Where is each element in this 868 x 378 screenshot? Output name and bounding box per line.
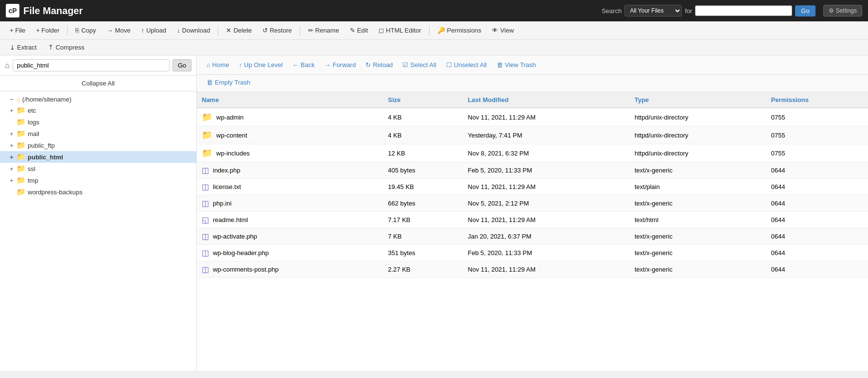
table-row[interactable]: 📁 wp-content 4 KB Yesterday, 7:41 PM htt… xyxy=(197,126,868,144)
table-row[interactable]: ◫ wp-activate.php 7 KB Jan 20, 2021, 6:3… xyxy=(197,228,868,245)
generic-file-icon: ◫ xyxy=(202,232,209,241)
delete-button[interactable]: ✕ Delete xyxy=(221,24,257,36)
tree-label-logs: logs xyxy=(28,119,39,126)
table-row[interactable]: 📁 wp-admin 4 KB Nov 11, 2021, 11:29 AM h… xyxy=(197,108,868,126)
tree-label-public-ftp: public_ftp xyxy=(28,142,55,149)
path-input[interactable] xyxy=(13,59,170,71)
cell-size: 662 bytes xyxy=(383,195,463,212)
col-name[interactable]: Name xyxy=(197,92,383,108)
tree-item-mail[interactable]: + 📁 mail xyxy=(0,128,196,139)
search-input[interactable] xyxy=(695,5,792,16)
table-row[interactable]: 📁 wp-includes 12 KB Nov 8, 2021, 6:32 PM… xyxy=(197,144,868,162)
new-file-button[interactable]: + File xyxy=(5,24,30,36)
cpanel-icon: cP xyxy=(6,4,19,17)
tree-toggle-tmp[interactable]: + xyxy=(10,177,17,184)
restore-icon: ↺ xyxy=(262,27,268,34)
permissions-button[interactable]: 🔑 Permissions xyxy=(433,24,486,36)
tree-toggle-ssl[interactable]: + xyxy=(10,165,17,172)
cell-type: text/x-generic xyxy=(630,228,766,245)
file-name: wp-includes xyxy=(216,150,250,157)
tree-toggle-etc[interactable]: + xyxy=(10,107,17,114)
tree-item-home[interactable]: − ⌂ (/home/sitename) xyxy=(0,94,196,104)
home-path-icon[interactable]: ⌂ xyxy=(5,61,10,70)
collapse-all-button[interactable]: Collapse All xyxy=(0,76,196,91)
cell-permissions: 0644 xyxy=(766,212,868,228)
cell-modified: Nov 11, 2021, 11:29 AM xyxy=(463,261,630,278)
unselect-all-button[interactable]: ☐ Unselect All xyxy=(442,59,491,70)
tree-toggle-home[interactable]: − xyxy=(10,96,17,103)
file-name: readme.html xyxy=(213,216,248,223)
table-row[interactable]: ◫ php.ini 662 bytes Nov 5, 2021, 2:12 PM… xyxy=(197,195,868,212)
sidebar: ⌂ Go Collapse All − ⌂ (/home/sitename) +… xyxy=(0,55,197,371)
view-trash-button[interactable]: 🗑 View Trash xyxy=(493,59,540,70)
tree-item-public-ftp[interactable]: + 📁 public_ftp xyxy=(0,139,196,151)
reload-button[interactable]: ↻ Reload xyxy=(362,59,397,70)
back-button[interactable]: ← Back xyxy=(289,59,319,70)
tree-item-ssl[interactable]: + 📁 ssl xyxy=(0,163,196,174)
cell-name: 📁 wp-admin xyxy=(197,108,383,126)
col-size[interactable]: Size xyxy=(383,92,463,108)
cell-size: 4 KB xyxy=(383,126,463,144)
extract-icon: ⤓ xyxy=(10,44,15,51)
permissions-icon: 🔑 xyxy=(437,27,445,34)
cell-type: text/plain xyxy=(630,179,766,195)
restore-button[interactable]: ↺ Restore xyxy=(258,24,297,36)
generic-file-icon: ◫ xyxy=(202,199,209,208)
search-go-button[interactable]: Go xyxy=(795,5,815,17)
cell-modified: Nov 11, 2021, 11:29 AM xyxy=(463,179,630,195)
edit-icon: ✎ xyxy=(350,27,355,34)
cell-name: ◫ wp-activate.php xyxy=(197,228,383,245)
empty-trash-button[interactable]: 🗑 Empty Trash xyxy=(203,77,254,88)
edit-button[interactable]: ✎ Edit xyxy=(345,24,373,36)
tree-item-tmp[interactable]: + 📁 tmp xyxy=(0,174,196,186)
main-toolbar: + File + Folder ⎘ Copy → Move ↑ Upload ↓… xyxy=(0,21,868,40)
tree-toggle-mail[interactable]: + xyxy=(10,130,17,137)
folder-icon-public-html: 📁 xyxy=(17,153,26,161)
cell-size: 12 KB xyxy=(383,144,463,162)
tree-item-etc[interactable]: + 📁 etc xyxy=(0,104,196,116)
table-row[interactable]: ◫ index.php 405 bytes Feb 5, 2020, 11:33… xyxy=(197,162,868,179)
table-row[interactable]: ◫ wp-comments-post.php 2.27 KB Nov 11, 2… xyxy=(197,261,868,278)
tree-label-mail: mail xyxy=(28,130,39,137)
cell-modified: Yesterday, 7:41 PM xyxy=(463,126,630,144)
tree-item-public-html[interactable]: + 📁 public_html xyxy=(0,151,196,163)
move-button[interactable]: → Move xyxy=(102,24,136,36)
home-nav-button[interactable]: ⌂ Home xyxy=(203,59,233,70)
cell-type: httpd/unix-directory xyxy=(630,108,766,126)
rename-button[interactable]: ✏ Rename xyxy=(303,24,344,36)
view-button[interactable]: 👁 View xyxy=(487,24,519,36)
move-icon: → xyxy=(107,27,113,34)
path-go-button[interactable]: Go xyxy=(173,59,191,71)
compress-button[interactable]: ⤒ Compress xyxy=(43,42,89,53)
cell-size: 19.45 KB xyxy=(383,179,463,195)
tree-item-logs[interactable]: 📁 logs xyxy=(0,116,196,128)
cell-name: 📁 wp-content xyxy=(197,126,383,144)
col-permissions[interactable]: Permissions xyxy=(766,92,868,108)
select-all-button[interactable]: ☑ Select All xyxy=(399,59,440,70)
settings-button[interactable]: ⚙ Settings xyxy=(823,5,862,17)
extract-button[interactable]: ⤓ Extract xyxy=(5,42,41,53)
copy-button[interactable]: ⎘ Copy xyxy=(70,24,101,36)
file-nav-row2: 🗑 Empty Trash xyxy=(197,75,868,92)
html-editor-button[interactable]: ◻ HTML Editor xyxy=(374,24,426,36)
cell-modified: Feb 5, 2020, 11:33 PM xyxy=(463,162,630,179)
up-one-level-button[interactable]: ↑ Up One Level xyxy=(235,59,287,70)
forward-button[interactable]: → Forward xyxy=(320,59,360,70)
upload-button[interactable]: ↑ Upload xyxy=(136,24,171,36)
table-row[interactable]: ◱ readme.html 7.17 KB Nov 11, 2021, 11:2… xyxy=(197,212,868,228)
gear-icon: ⚙ xyxy=(829,7,834,14)
table-row[interactable]: ◫ wp-blog-header.php 351 bytes Feb 5, 20… xyxy=(197,245,868,261)
new-folder-button[interactable]: + Folder xyxy=(31,24,64,36)
search-scope-select[interactable]: All Your Files Public HTML Home Director… xyxy=(625,5,682,17)
download-button[interactable]: ↓ Download xyxy=(172,24,215,36)
file-table: Name Size Last Modified Type Permissions… xyxy=(197,92,868,278)
tree-item-wordpress-backups[interactable]: 📁 wordpress-backups xyxy=(0,186,196,198)
cell-type: text/x-generic xyxy=(630,261,766,278)
tree-toggle-public-html[interactable]: + xyxy=(10,154,17,161)
table-row[interactable]: ◫ license.txt 19.45 KB Nov 11, 2021, 11:… xyxy=(197,179,868,195)
tree-toggle-public-ftp[interactable]: + xyxy=(10,142,17,149)
col-modified[interactable]: Last Modified xyxy=(463,92,630,108)
col-type[interactable]: Type xyxy=(630,92,766,108)
tree-label-etc: etc xyxy=(28,107,36,114)
rename-icon: ✏ xyxy=(308,27,313,34)
